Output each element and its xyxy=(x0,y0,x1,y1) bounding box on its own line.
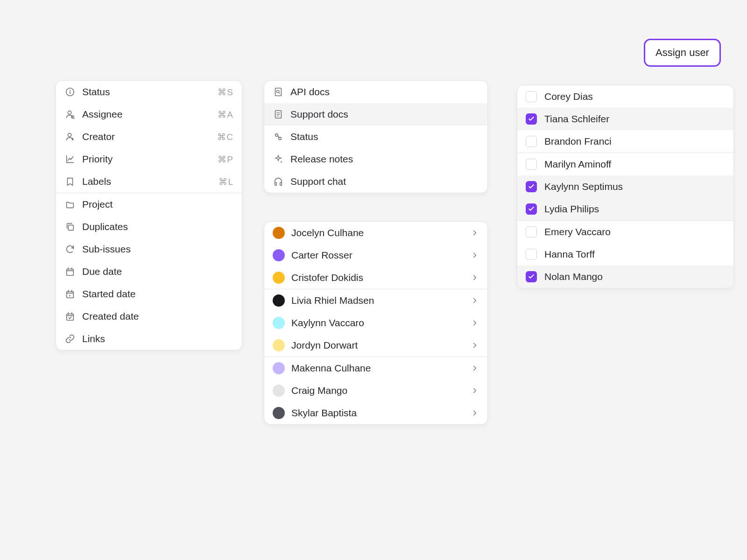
person-name: Kaylynn Vaccaro xyxy=(291,317,464,329)
command-section-primary: Status⌘SAssignee⌘ACreator⌘CPriority⌘PLab… xyxy=(56,81,242,193)
docs-item-api-docs[interactable]: API docs xyxy=(264,81,487,103)
chevron-right-icon xyxy=(471,229,479,237)
keyboard-shortcut: ⌘P xyxy=(218,154,233,165)
command-item-created-date[interactable]: Created date xyxy=(56,305,242,328)
avatar xyxy=(273,227,285,239)
doc-search-icon xyxy=(273,86,284,98)
assign-user-button[interactable]: Assign user xyxy=(644,39,721,67)
checkbox[interactable] xyxy=(526,91,537,102)
people-panel: Jocelyn CulhaneCarter RosserCristofer Do… xyxy=(264,221,488,425)
docs-item-release-notes[interactable]: Release notes xyxy=(264,148,487,170)
link-icon xyxy=(64,333,76,344)
docs-item-support-chat[interactable]: Support chat xyxy=(264,170,487,193)
checkbox[interactable] xyxy=(526,113,537,125)
docs-item-status[interactable]: Status xyxy=(264,126,487,148)
person-name: Makenna Culhane xyxy=(291,363,464,374)
avatar xyxy=(273,294,285,307)
docs-label: Support chat xyxy=(290,176,479,187)
command-panel: Status⌘SAssignee⌘ACreator⌘CPriority⌘PLab… xyxy=(56,80,242,350)
checkbox-panel: Corey DiasTiana SchleiferBrandon FranciM… xyxy=(517,85,734,288)
person-item[interactable]: Jocelyn Culhane xyxy=(264,222,487,244)
person-item[interactable]: Kaylynn Vaccaro xyxy=(264,312,487,334)
refresh-icon xyxy=(64,244,76,255)
person-item[interactable]: Livia Rhiel Madsen xyxy=(264,289,487,312)
command-label: Created date xyxy=(82,311,233,322)
checkbox-label: Marilyn Aminoff xyxy=(544,159,725,170)
command-item-project[interactable]: Project xyxy=(56,193,242,216)
checkbox[interactable] xyxy=(526,136,537,147)
checkbox[interactable] xyxy=(526,226,537,238)
command-item-due-date[interactable]: Due date xyxy=(56,260,242,283)
chevron-right-icon xyxy=(471,341,479,350)
creator-icon xyxy=(64,131,76,142)
checkbox-label: Lydia Philips xyxy=(544,203,725,215)
checkbox[interactable] xyxy=(526,159,537,170)
checkbox-item[interactable]: Nolan Mango xyxy=(517,266,733,288)
person-item[interactable]: Jordyn Dorwart xyxy=(264,334,487,357)
chevron-right-icon xyxy=(471,251,479,259)
command-section-secondary: ProjectDuplicatesSub-issuesDue dateStart… xyxy=(56,193,242,350)
keyboard-shortcut: ⌘S xyxy=(218,87,233,98)
command-item-links[interactable]: Links xyxy=(56,328,242,350)
checkbox-label: Emery Vaccaro xyxy=(544,226,725,238)
command-label: Links xyxy=(82,333,233,344)
status-icon xyxy=(273,131,284,142)
person-item[interactable]: Cristofer Dokidis xyxy=(264,266,487,289)
checkbox-item[interactable]: Marilyn Aminoff xyxy=(517,153,733,175)
person-name: Jocelyn Culhane xyxy=(291,227,464,238)
person-item[interactable]: Carter Rosser xyxy=(264,244,487,266)
checkbox[interactable] xyxy=(526,203,537,215)
command-item-started-date[interactable]: Started date xyxy=(56,283,242,305)
command-label: Due date xyxy=(82,266,233,277)
command-label: Priority xyxy=(82,154,211,165)
command-item-sub-issues[interactable]: Sub-issues xyxy=(56,238,242,260)
person-name: Skylar Baptista xyxy=(291,407,464,419)
avatar xyxy=(273,407,285,419)
person-item[interactable]: Craig Mango xyxy=(264,379,487,402)
checkbox[interactable] xyxy=(526,249,537,260)
checkbox[interactable] xyxy=(526,271,537,282)
chevron-right-icon xyxy=(471,319,479,327)
chevron-right-icon xyxy=(471,364,479,372)
chevron-right-icon xyxy=(471,409,479,417)
docs-label: Status xyxy=(290,131,479,142)
checkbox[interactable] xyxy=(526,181,537,192)
person-name: Cristofer Dokidis xyxy=(291,272,464,283)
command-label: Labels xyxy=(82,176,212,187)
chevron-right-icon xyxy=(471,296,479,305)
command-item-creator[interactable]: Creator⌘C xyxy=(56,126,242,148)
person-item[interactable]: Makenna Culhane xyxy=(264,357,487,379)
checkbox-label: Corey Dias xyxy=(544,91,725,102)
assignee-icon xyxy=(64,109,76,120)
command-item-duplicates[interactable]: Duplicates xyxy=(56,216,242,238)
person-item[interactable]: Skylar Baptista xyxy=(264,402,487,424)
checkbox-item[interactable]: Lydia Philips xyxy=(517,198,733,220)
command-item-assignee[interactable]: Assignee⌘A xyxy=(56,103,242,126)
avatar xyxy=(273,249,285,261)
command-item-labels[interactable]: Labels⌘L xyxy=(56,170,242,193)
docs-item-support-docs[interactable]: Support docs xyxy=(264,103,487,126)
checkbox-item[interactable]: Hanna Torff xyxy=(517,243,733,266)
keyboard-shortcut: ⌘L xyxy=(218,176,233,187)
command-item-priority[interactable]: Priority⌘P xyxy=(56,148,242,170)
info-icon xyxy=(64,86,76,98)
docs-label: API docs xyxy=(290,86,479,98)
avatar xyxy=(273,272,285,284)
checkbox-item[interactable]: Brandon Franci xyxy=(517,130,733,153)
bookmark-icon xyxy=(64,176,76,187)
avatar xyxy=(273,385,285,397)
chevron-right-icon xyxy=(471,273,479,282)
checkbox-label: Kaylynn Septimus xyxy=(544,181,725,192)
calendar-check-icon xyxy=(64,311,76,322)
checkbox-item[interactable]: Emery Vaccaro xyxy=(517,221,733,243)
checkbox-item[interactable]: Kaylynn Septimus xyxy=(517,175,733,198)
command-label: Duplicates xyxy=(82,221,233,232)
doc-icon xyxy=(273,109,284,120)
command-item-status[interactable]: Status⌘S xyxy=(56,81,242,103)
chevron-right-icon xyxy=(471,386,479,395)
checkbox-item[interactable]: Tiana Schleifer xyxy=(517,108,733,130)
checkbox-item[interactable]: Corey Dias xyxy=(517,85,733,108)
command-label: Assignee xyxy=(82,109,211,120)
chart-icon xyxy=(64,154,76,165)
command-label: Started date xyxy=(82,288,233,300)
